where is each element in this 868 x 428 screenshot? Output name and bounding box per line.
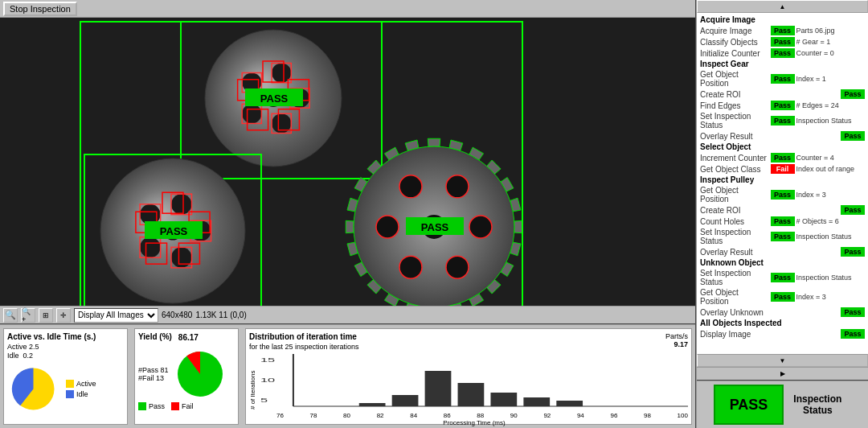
result-badge-pass: Pass bbox=[771, 153, 795, 163]
resolution-text: 640x480 bbox=[162, 311, 192, 319]
svg-rect-8 bbox=[556, 401, 583, 406]
result-label: Initialize Counter bbox=[700, 49, 769, 58]
result-badge-pass: Pass bbox=[841, 307, 865, 317]
result-badge-pass: Pass bbox=[771, 232, 795, 241]
result-label: Classify Objects bbox=[700, 38, 769, 47]
result-badge-pass: Pass bbox=[771, 26, 795, 35]
zoom-out-icon[interactable]: 🔍 bbox=[3, 308, 18, 323]
result-label: Overlay Result bbox=[700, 248, 839, 257]
result-label: Count Holes bbox=[700, 217, 769, 226]
scroll-right-button[interactable]: ▶ bbox=[697, 367, 868, 380]
result-row: Increment CounterPassCounter = 4 bbox=[698, 152, 866, 163]
parts-per-sec-label: Parts/s bbox=[665, 332, 688, 340]
section-title-select-object: Select Object bbox=[698, 142, 866, 152]
result-badge-pass: Pass bbox=[841, 89, 865, 99]
result-row: Set Inspection StatusPassInspection Stat… bbox=[698, 111, 866, 130]
fail-count: #Fail 13 bbox=[138, 374, 169, 382]
result-value: Parts 06.jpg bbox=[796, 27, 866, 35]
result-value: Counter = 4 bbox=[796, 154, 866, 162]
fail-legend: Fail bbox=[182, 402, 194, 410]
result-value: # Gear = 1 bbox=[796, 38, 866, 46]
result-label: Set Inspection Status bbox=[700, 269, 769, 286]
result-label: Find Edges bbox=[700, 101, 769, 110]
svg-rect-7 bbox=[523, 397, 550, 406]
result-value: # Objects = 6 bbox=[796, 217, 866, 225]
yield-value: 86.17 bbox=[178, 333, 199, 342]
result-value: Counter = 0 bbox=[796, 49, 866, 57]
result-value: # Edges = 24 bbox=[796, 101, 866, 109]
status-label2: Status bbox=[803, 405, 833, 416]
result-row: Initialize CounterPassCounter = 0 bbox=[698, 47, 866, 59]
section-title-acquire-image: Acquire Image bbox=[698, 14, 866, 25]
result-badge-pass: Pass bbox=[771, 190, 795, 200]
result-label: Create ROI bbox=[700, 90, 839, 99]
hist-subtitle: for the last 25 inspection iterations bbox=[249, 343, 359, 351]
result-row: Create ROIPass bbox=[698, 88, 866, 100]
result-row: Get Object PositionPassIndex = 3 bbox=[698, 287, 866, 307]
result-label: Increment Counter bbox=[700, 154, 769, 163]
svg-text:5: 5 bbox=[260, 397, 268, 404]
yield-panel: Yield (%) 86.17 #Pass 81 #Fail 13 Pas bbox=[134, 328, 239, 425]
active-idle-panel: Active vs. Idle Time (s.) Active 2.5 Idl… bbox=[3, 328, 128, 425]
result-badge-pass: Pass bbox=[841, 329, 865, 339]
result-badge-fail: Fail bbox=[771, 164, 795, 174]
status-bar: 🔍 🔍+ ⊞ ✛ Display All Images 640x480 1.13… bbox=[0, 306, 695, 323]
hist-x-labels: 767880828486889092949698100 bbox=[260, 412, 688, 419]
fit-icon[interactable]: ⊞ bbox=[39, 308, 53, 323]
display-select[interactable]: Display All Images bbox=[74, 308, 158, 323]
status-label-box: Inspection Status bbox=[784, 385, 851, 425]
zoom-in-icon[interactable]: 🔍+ bbox=[21, 308, 35, 323]
status-label1: Inspection bbox=[793, 393, 841, 405]
result-badge-pass: Pass bbox=[771, 116, 795, 126]
result-value: Index = 1 bbox=[796, 75, 866, 83]
idle-value: Idle 0.2 bbox=[7, 352, 124, 360]
result-row: Count HolesPass# Objects = 6 bbox=[698, 216, 866, 227]
select-icon[interactable]: ✛ bbox=[56, 308, 71, 323]
result-badge-pass: Pass bbox=[841, 247, 865, 257]
result-label: Overlay Result bbox=[700, 132, 839, 141]
pass-big-label: PASS bbox=[714, 385, 784, 425]
svg-text:10: 10 bbox=[260, 377, 275, 384]
result-row: Acquire ImagePassParts 06.jpg bbox=[698, 25, 866, 36]
result-value: Inspection Status bbox=[796, 274, 866, 282]
histogram-panel: Distribution of iteration time for the l… bbox=[245, 328, 692, 425]
result-row: Find EdgesPass# Edges = 24 bbox=[698, 100, 866, 111]
section-title-inspect-pulley: Inspect Pulley bbox=[698, 175, 866, 185]
result-badge-pass: Pass bbox=[841, 131, 865, 141]
result-label: Get Object Class bbox=[700, 165, 769, 174]
result-row: Set Inspection StatusPassInspection Stat… bbox=[698, 268, 866, 287]
result-value: Inspection Status bbox=[796, 233, 866, 241]
scroll-down-button[interactable]: ▼ bbox=[697, 354, 868, 367]
result-badge-pass: Pass bbox=[771, 292, 795, 302]
result-badge-pass: Pass bbox=[771, 101, 795, 110]
result-badge-pass: Pass bbox=[771, 37, 795, 47]
section-title-unknown-object: Unknown Object bbox=[698, 257, 866, 268]
scroll-up-button[interactable]: ▲ bbox=[697, 0, 868, 13]
result-row: Display ImagePass bbox=[698, 328, 866, 340]
hist-y-label: # of Iterations bbox=[249, 354, 260, 426]
yield-title: Yield (%) bbox=[138, 332, 172, 341]
hist-x-label: Processing Time (ms) bbox=[260, 419, 688, 426]
image-canvas bbox=[0, 18, 695, 306]
active-idle-title: Active vs. Idle Time (s.) bbox=[7, 332, 124, 341]
result-badge-pass: Pass bbox=[771, 48, 795, 58]
histogram-svg: 15 10 5 bbox=[260, 354, 688, 410]
result-row: Overlay ResultPass bbox=[698, 130, 866, 142]
svg-text:15: 15 bbox=[260, 356, 275, 364]
result-label: Get Object Position bbox=[700, 186, 769, 204]
result-row: Create ROIPass bbox=[698, 204, 866, 216]
result-label: Set Inspection Status bbox=[700, 228, 769, 245]
result-label: Overlay Unknown bbox=[700, 308, 839, 317]
result-badge-pass: Pass bbox=[841, 205, 865, 215]
pass-count: #Pass 81 bbox=[138, 366, 169, 374]
result-row: Classify ObjectsPass# Gear = 1 bbox=[698, 36, 866, 47]
info-text: 1.13K 11 (0,0) bbox=[195, 311, 246, 319]
svg-rect-6 bbox=[490, 393, 517, 406]
result-row: Overlay UnknownPass bbox=[698, 307, 866, 318]
result-value: Index out of range bbox=[796, 165, 866, 173]
result-row: Set Inspection StatusPassInspection Stat… bbox=[698, 227, 866, 246]
stop-inspection-button[interactable]: Stop Inspection bbox=[3, 2, 77, 16]
svg-rect-2 bbox=[359, 403, 386, 406]
result-row: Overlay ResultPass bbox=[698, 246, 866, 257]
pass-legend: Pass bbox=[149, 402, 165, 410]
